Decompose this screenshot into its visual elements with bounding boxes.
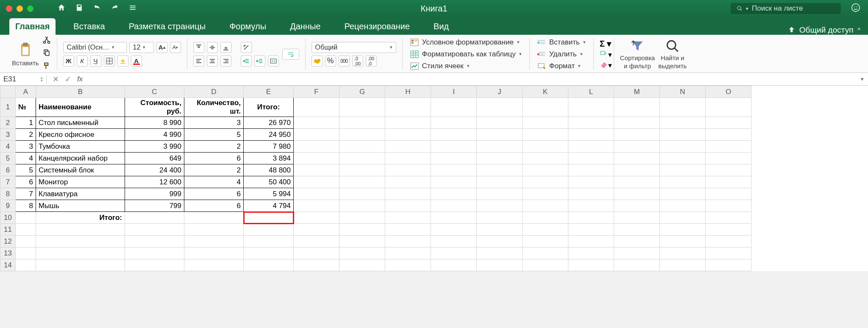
cell[interactable]: 24 950 (244, 129, 294, 141)
format-as-table-button[interactable]: Форматировать как таблицу▾ (409, 49, 523, 59)
cell[interactable] (184, 212, 244, 224)
qat-customize-icon[interactable] (128, 3, 137, 14)
cell[interactable] (568, 247, 614, 259)
cell[interactable] (385, 153, 431, 164)
format-cells-button[interactable]: Формат▾ (536, 61, 587, 71)
cell[interactable] (706, 224, 751, 236)
row-header[interactable]: 8 (0, 188, 16, 200)
cell[interactable] (385, 129, 431, 141)
cell[interactable]: 2 (184, 141, 244, 153)
clear-icon[interactable]: ▾ (600, 61, 612, 70)
cell[interactable] (477, 176, 523, 188)
cell[interactable] (660, 98, 706, 117)
merge-cells-icon[interactable] (268, 56, 279, 67)
cell[interactable] (706, 176, 751, 188)
cell[interactable] (431, 224, 477, 236)
row-header[interactable]: 9 (0, 200, 16, 212)
number-format-select[interactable]: Общий▾ (312, 42, 396, 53)
cell[interactable] (431, 200, 477, 212)
find-select-button[interactable]: Найти ивыделить (658, 39, 687, 69)
close-window-icon[interactable] (6, 6, 12, 12)
col-header-K[interactable]: K (523, 86, 568, 98)
cell[interactable] (477, 188, 523, 200)
col-header-M[interactable]: M (614, 86, 660, 98)
cell[interactable] (706, 247, 751, 259)
tab-formulas[interactable]: Формулы (223, 18, 272, 35)
cell[interactable] (294, 236, 339, 247)
cell[interactable]: 4 990 (125, 129, 184, 141)
cell[interactable] (339, 164, 385, 176)
cell[interactable] (706, 200, 751, 212)
cell[interactable] (385, 176, 431, 188)
cell[interactable] (477, 117, 523, 129)
cell[interactable]: Кресло офисное (36, 129, 125, 141)
percent-icon[interactable]: % (325, 56, 336, 67)
cell[interactable] (568, 188, 614, 200)
cell[interactable]: 6 (184, 188, 244, 200)
cell[interactable] (706, 259, 751, 271)
cell[interactable] (614, 200, 660, 212)
row-header[interactable]: 1 (0, 98, 16, 117)
cell[interactable] (660, 153, 706, 164)
cell[interactable] (614, 176, 660, 188)
copy-icon[interactable] (42, 49, 51, 59)
cell[interactable] (294, 141, 339, 153)
delete-cells-button[interactable]: Удалить▾ (536, 49, 587, 59)
cell[interactable] (431, 236, 477, 247)
cell[interactable] (568, 200, 614, 212)
cell[interactable] (339, 117, 385, 129)
cell[interactable] (660, 200, 706, 212)
cell[interactable] (614, 236, 660, 247)
cell[interactable] (523, 200, 568, 212)
font-name-select[interactable]: Calibri (Осн…▾ (63, 42, 127, 53)
cell[interactable] (16, 212, 36, 224)
sort-filter-button[interactable]: Сортировкаи фильтр (620, 39, 655, 69)
cell[interactable] (614, 129, 660, 141)
row-header[interactable]: 3 (0, 129, 16, 141)
cell-styles-button[interactable]: Стили ячеек▾ (409, 61, 523, 71)
cell[interactable] (16, 236, 36, 247)
cell[interactable] (660, 212, 706, 224)
align-bottom-icon[interactable] (220, 42, 231, 53)
cell[interactable] (568, 141, 614, 153)
cell[interactable] (568, 129, 614, 141)
cell[interactable] (339, 129, 385, 141)
cell[interactable] (660, 164, 706, 176)
tab-home[interactable]: Главная (9, 18, 56, 35)
paste-button[interactable]: Вставить (12, 42, 39, 67)
cell[interactable] (568, 117, 614, 129)
home-icon[interactable] (57, 3, 66, 14)
cell[interactable] (523, 188, 568, 200)
cell[interactable] (523, 259, 568, 271)
col-header-B[interactable]: B (36, 86, 125, 98)
cell[interactable] (477, 212, 523, 224)
cell[interactable] (523, 164, 568, 176)
decrease-indent-icon[interactable] (241, 56, 252, 67)
fill-icon[interactable]: ▾ (600, 50, 612, 59)
cell[interactable] (385, 164, 431, 176)
cell[interactable] (339, 188, 385, 200)
cell[interactable] (294, 212, 339, 224)
cell[interactable] (706, 164, 751, 176)
cell[interactable] (660, 176, 706, 188)
cell[interactable] (431, 129, 477, 141)
cell[interactable] (660, 129, 706, 141)
cell[interactable] (125, 212, 184, 224)
cell[interactable] (385, 236, 431, 247)
cell[interactable] (431, 176, 477, 188)
cell[interactable] (614, 98, 660, 117)
save-icon[interactable] (75, 3, 83, 14)
align-right-icon[interactable] (220, 56, 231, 67)
cell[interactable] (660, 224, 706, 236)
fill-color-button[interactable] (117, 56, 128, 67)
cut-icon[interactable] (42, 36, 51, 46)
cell[interactable] (294, 188, 339, 200)
cell[interactable]: 649 (125, 153, 184, 164)
cell[interactable] (339, 247, 385, 259)
increase-decimal-icon[interactable]: ,0,00 (352, 56, 363, 67)
row-header[interactable]: 14 (0, 259, 16, 271)
select-all-corner[interactable] (0, 86, 16, 98)
cell[interactable] (294, 200, 339, 212)
cell[interactable] (244, 224, 294, 236)
minimize-window-icon[interactable] (17, 6, 23, 12)
